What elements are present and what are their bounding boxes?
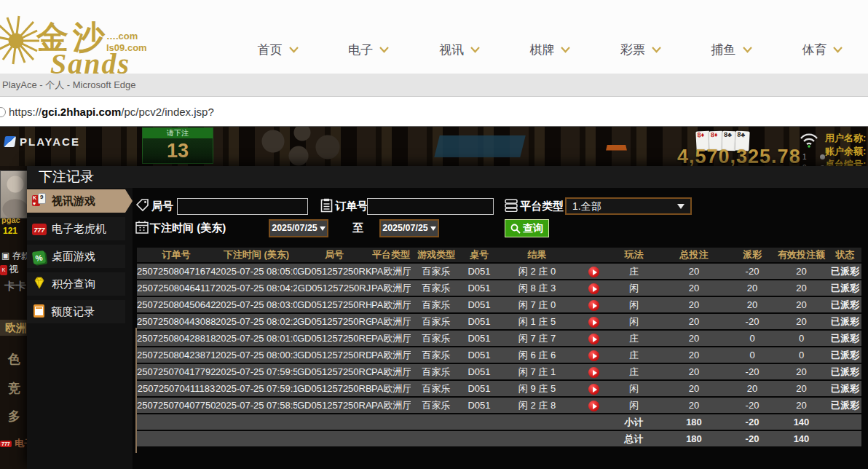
cell: D051 <box>462 381 497 396</box>
col-header: 局号 <box>297 248 371 262</box>
nav-item-棋牌[interactable]: 棋牌 <box>529 42 571 58</box>
replay-cell <box>577 264 610 279</box>
col-header: 游戏类型 <box>411 248 462 262</box>
clipboard-icon <box>320 198 333 213</box>
summary-cell: -20 <box>730 431 774 446</box>
status-badge: 已派彩 <box>829 364 861 379</box>
cell: 闲 7 庄 1 <box>497 364 577 379</box>
cell: D051 <box>462 331 497 346</box>
nav-item-label: 捕鱼 <box>711 42 736 58</box>
cell: -20 <box>730 398 774 413</box>
hall-tab-fragment[interactable]: 欧洲 <box>0 320 27 336</box>
table-edge-shape <box>434 135 525 157</box>
platform-select[interactable]: 1.全部 <box>565 197 692 215</box>
kaka-fragment: 卡卡 <box>4 280 26 293</box>
nav-item-电子[interactable]: 电子 <box>348 42 390 58</box>
cell: 20 <box>730 280 774 296</box>
chevron-down-icon <box>470 46 481 53</box>
divider <box>135 328 137 453</box>
play-icon[interactable] <box>588 317 599 328</box>
replay-cell <box>577 280 610 296</box>
main-nav: 首页电子视讯棋牌彩票捕鱼体育 <box>233 36 868 63</box>
avatar <box>0 170 29 218</box>
nav-item-label: 电子 <box>348 42 373 58</box>
nav-item-彩票[interactable]: 彩票 <box>620 42 662 58</box>
sidebar-item-电子老虎机[interactable]: 777电子老虎机 <box>27 217 125 240</box>
play-icon[interactable] <box>588 283 599 294</box>
summary-cell <box>371 431 411 446</box>
bet-countdown-box: 请下注 13 <box>142 127 213 164</box>
date-from-picker[interactable]: 2025/07/25 <box>269 219 328 237</box>
summary-cell <box>462 414 497 430</box>
summary-cell <box>371 414 411 430</box>
status-badge: 已派彩 <box>829 297 861 312</box>
sidebar-item-视讯游戏[interactable]: K♥9视讯游戏 <box>27 189 125 213</box>
cell: 闲 7 庄 7 <box>497 331 577 346</box>
sidebar-item-额度记录[interactable]: 额度记录 <box>27 300 125 323</box>
platform-list-icon <box>505 199 518 212</box>
summary-cell <box>829 414 861 430</box>
table-row: 2507250804238712025-07-25 08:00:33GD0512… <box>137 347 861 363</box>
jing-tab-fragment[interactable]: 竞 <box>8 380 20 397</box>
cell: 20 <box>658 364 730 379</box>
nav-item-视讯[interactable]: 视讯 <box>439 42 481 58</box>
calendar-icon <box>135 221 149 234</box>
play-icon[interactable] <box>588 350 599 361</box>
se-tab-fragment[interactable]: 色 <box>8 351 20 368</box>
slot-777-icon: 777 <box>0 441 12 447</box>
document-icon <box>32 304 46 320</box>
video-tab-fragment[interactable]: K视 <box>0 263 18 276</box>
play-icon[interactable] <box>588 401 599 411</box>
play-icon[interactable] <box>588 384 599 395</box>
tag-icon <box>135 199 149 213</box>
play-icon[interactable] <box>588 367 599 378</box>
summary-cell <box>497 414 577 430</box>
chip-shape <box>606 145 627 150</box>
date-to-picker[interactable]: 2025/07/25 <box>379 219 439 237</box>
cell: 2025-07-25 08:05:06 <box>216 264 297 279</box>
round-input[interactable] <box>177 198 308 215</box>
cell: 250725070411183 <box>137 381 216 396</box>
play-icon[interactable] <box>588 267 599 277</box>
site-info-icon[interactable] <box>0 107 6 117</box>
nav-item-label: 彩票 <box>620 42 645 58</box>
cell: 20 <box>658 314 730 329</box>
url-bar[interactable]: https://gci.2hhapi.com/pc/pcv2/index.jsp… <box>0 97 868 127</box>
url-text[interactable]: https://gci.2hhapi.com/pc/pcv2/index.jsp… <box>9 106 214 118</box>
play-icon[interactable] <box>588 300 599 311</box>
cell: 0 <box>730 347 774 363</box>
duo-tab-fragment[interactable]: 多 <box>8 408 20 425</box>
table-header-row: 订单号下注时间 (美东)局号平台类型游戏类型桌号结果玩法总投注派彩有效投注额状态 <box>137 248 861 262</box>
cell: 百家乐 <box>411 314 462 329</box>
search-icon <box>510 224 521 234</box>
cell: 百家乐 <box>411 364 462 379</box>
chevron-down-icon <box>677 204 684 209</box>
nav-item-捕鱼[interactable]: 捕鱼 <box>711 42 753 58</box>
sidebar-item-桌面游戏[interactable]: %桌面游戏 <box>27 245 125 268</box>
cell: 20 <box>774 314 829 329</box>
search-button[interactable]: 查询 <box>505 219 549 237</box>
modal-sidebar: K♥9视讯游戏777电子老虎机%桌面游戏积分查询额度记录 <box>27 188 133 469</box>
cell: GD051257250RE <box>297 331 371 346</box>
sidebar-item-积分查询[interactable]: 积分查询 <box>27 272 125 296</box>
order-input[interactable] <box>367 198 494 215</box>
cell: 闲 7 庄 0 <box>497 297 577 312</box>
chevron-down-icon <box>832 46 843 53</box>
table-row: 2507250704077502025-07-25 07:58:51GD0512… <box>137 398 861 413</box>
replay-cell <box>577 398 610 413</box>
summary-cell <box>297 414 371 430</box>
col-header: 状态 <box>829 248 861 262</box>
cell: 2025-07-25 07:58:51 <box>216 398 297 413</box>
club-pattern <box>259 127 346 166</box>
cell: -20 <box>730 314 774 329</box>
replay-cell <box>577 297 610 312</box>
cell: 250725080471674 <box>137 264 216 279</box>
play-icon[interactable] <box>588 334 599 344</box>
deposit-button-fragment[interactable]: ▣ 存款 <box>1 250 30 262</box>
nav-item-首页[interactable]: 首页 <box>258 42 299 58</box>
card-icon: K <box>0 265 7 275</box>
replay-cell <box>577 347 610 363</box>
sidebar-item-label: 额度记录 <box>51 305 95 319</box>
sun-icon <box>0 15 41 67</box>
nav-item-体育[interactable]: 体育 <box>802 42 843 58</box>
